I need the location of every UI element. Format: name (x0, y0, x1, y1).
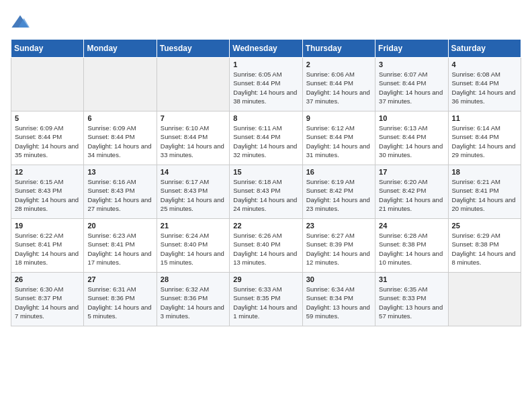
logo (11, 13, 31, 32)
calendar-cell: 2Sunrise: 6:06 AMSunset: 8:44 PMDaylight… (302, 58, 375, 111)
calendar-cell (157, 58, 229, 111)
day-number: 28 (161, 275, 226, 283)
calendar-cell: 13Sunrise: 6:16 AMSunset: 8:43 PMDayligh… (84, 165, 157, 219)
calendar-cell: 27Sunrise: 6:31 AMSunset: 8:36 PMDayligh… (84, 273, 157, 326)
day-number: 22 (233, 222, 298, 230)
day-number: 12 (15, 168, 80, 176)
day-info: Sunrise: 6:19 AMSunset: 8:42 PMDaylight:… (306, 177, 371, 213)
calendar-cell: 12Sunrise: 6:15 AMSunset: 8:43 PMDayligh… (11, 165, 84, 219)
day-number: 29 (233, 275, 298, 283)
day-number: 11 (452, 114, 517, 122)
day-info: Sunrise: 6:07 AMSunset: 8:44 PMDaylight:… (379, 70, 444, 105)
calendar-cell: 25Sunrise: 6:29 AMSunset: 8:38 PMDayligh… (448, 219, 521, 273)
day-info: Sunrise: 6:14 AMSunset: 8:44 PMDaylight:… (452, 124, 517, 159)
page-header (11, 11, 521, 32)
day-info: Sunrise: 6:30 AMSunset: 8:37 PMDaylight:… (15, 285, 80, 320)
day-number: 6 (87, 114, 152, 122)
day-info: Sunrise: 6:09 AMSunset: 8:44 PMDaylight:… (87, 124, 152, 159)
day-info: Sunrise: 6:12 AMSunset: 8:44 PMDaylight:… (306, 124, 371, 159)
calendar-cell: 10Sunrise: 6:13 AMSunset: 8:44 PMDayligh… (375, 111, 448, 165)
day-info: Sunrise: 6:24 AMSunset: 8:40 PMDaylight:… (161, 231, 226, 267)
day-number: 4 (452, 60, 517, 68)
calendar-cell: 4Sunrise: 6:08 AMSunset: 8:44 PMDaylight… (448, 58, 521, 111)
day-header-tuesday: Tuesday (157, 40, 229, 58)
calendar-cell: 16Sunrise: 6:19 AMSunset: 8:42 PMDayligh… (302, 165, 375, 219)
day-number: 9 (306, 114, 371, 122)
day-info: Sunrise: 6:31 AMSunset: 8:36 PMDaylight:… (87, 285, 152, 320)
day-info: Sunrise: 6:26 AMSunset: 8:40 PMDaylight:… (233, 231, 298, 267)
day-number: 17 (379, 168, 444, 176)
day-number: 30 (306, 275, 371, 283)
day-info: Sunrise: 6:29 AMSunset: 8:38 PMDaylight:… (452, 231, 517, 267)
calendar-cell: 19Sunrise: 6:22 AMSunset: 8:41 PMDayligh… (11, 219, 84, 273)
calendar-cell: 29Sunrise: 6:33 AMSunset: 8:35 PMDayligh… (230, 273, 302, 326)
calendar-cell: 7Sunrise: 6:10 AMSunset: 8:44 PMDaylight… (157, 111, 229, 165)
day-info: Sunrise: 6:22 AMSunset: 8:41 PMDaylight:… (15, 231, 80, 267)
day-number: 10 (379, 114, 444, 122)
day-info: Sunrise: 6:33 AMSunset: 8:35 PMDaylight:… (233, 285, 298, 320)
day-header-saturday: Saturday (448, 40, 521, 58)
day-number: 23 (306, 222, 371, 230)
logo-icon (11, 13, 30, 32)
day-info: Sunrise: 6:10 AMSunset: 8:44 PMDaylight:… (161, 124, 226, 159)
calendar-cell (11, 58, 84, 111)
day-number: 2 (306, 60, 371, 68)
day-number: 20 (87, 222, 152, 230)
day-number: 27 (87, 275, 152, 283)
day-number: 5 (15, 114, 80, 122)
day-info: Sunrise: 6:32 AMSunset: 8:36 PMDaylight:… (161, 285, 226, 320)
calendar-cell: 18Sunrise: 6:21 AMSunset: 8:41 PMDayligh… (448, 165, 521, 219)
day-info: Sunrise: 6:23 AMSunset: 8:41 PMDaylight:… (87, 231, 152, 267)
calendar-cell (448, 273, 521, 326)
day-info: Sunrise: 6:20 AMSunset: 8:42 PMDaylight:… (379, 177, 444, 213)
calendar-cell (84, 58, 157, 111)
day-number: 8 (233, 114, 298, 122)
day-header-wednesday: Wednesday (230, 40, 302, 58)
calendar-cell: 24Sunrise: 6:28 AMSunset: 8:38 PMDayligh… (375, 219, 448, 273)
calendar-cell: 17Sunrise: 6:20 AMSunset: 8:42 PMDayligh… (375, 165, 448, 219)
calendar-table: SundayMondayTuesdayWednesdayThursdayFrid… (11, 39, 521, 326)
calendar-week-row: 19Sunrise: 6:22 AMSunset: 8:41 PMDayligh… (11, 219, 521, 273)
day-info: Sunrise: 6:15 AMSunset: 8:43 PMDaylight:… (15, 177, 80, 213)
calendar-cell: 6Sunrise: 6:09 AMSunset: 8:44 PMDaylight… (84, 111, 157, 165)
day-info: Sunrise: 6:06 AMSunset: 8:44 PMDaylight:… (306, 70, 371, 105)
calendar-cell: 11Sunrise: 6:14 AMSunset: 8:44 PMDayligh… (448, 111, 521, 165)
day-number: 25 (452, 222, 517, 230)
calendar-cell: 26Sunrise: 6:30 AMSunset: 8:37 PMDayligh… (11, 273, 84, 326)
calendar-week-row: 26Sunrise: 6:30 AMSunset: 8:37 PMDayligh… (11, 273, 521, 326)
day-number: 24 (379, 222, 444, 230)
calendar-cell: 28Sunrise: 6:32 AMSunset: 8:36 PMDayligh… (157, 273, 229, 326)
calendar-cell: 3Sunrise: 6:07 AMSunset: 8:44 PMDaylight… (375, 58, 448, 111)
day-number: 31 (379, 275, 444, 283)
calendar-cell: 15Sunrise: 6:18 AMSunset: 8:43 PMDayligh… (230, 165, 302, 219)
day-number: 19 (15, 222, 80, 230)
calendar-cell: 1Sunrise: 6:05 AMSunset: 8:44 PMDaylight… (230, 58, 302, 111)
day-number: 26 (15, 275, 80, 283)
calendar-header-row: SundayMondayTuesdayWednesdayThursdayFrid… (11, 40, 521, 58)
day-info: Sunrise: 6:11 AMSunset: 8:44 PMDaylight:… (233, 124, 298, 159)
day-info: Sunrise: 6:34 AMSunset: 8:34 PMDaylight:… (306, 285, 371, 320)
day-info: Sunrise: 6:27 AMSunset: 8:39 PMDaylight:… (306, 231, 371, 267)
calendar-cell: 5Sunrise: 6:09 AMSunset: 8:44 PMDaylight… (11, 111, 84, 165)
day-number: 18 (452, 168, 517, 176)
day-info: Sunrise: 6:17 AMSunset: 8:43 PMDaylight:… (161, 177, 226, 213)
calendar-cell: 22Sunrise: 6:26 AMSunset: 8:40 PMDayligh… (230, 219, 302, 273)
day-info: Sunrise: 6:05 AMSunset: 8:44 PMDaylight:… (233, 70, 298, 105)
day-info: Sunrise: 6:18 AMSunset: 8:43 PMDaylight:… (233, 177, 298, 213)
day-number: 16 (306, 168, 371, 176)
day-info: Sunrise: 6:21 AMSunset: 8:41 PMDaylight:… (452, 177, 517, 213)
calendar-cell: 31Sunrise: 6:35 AMSunset: 8:33 PMDayligh… (375, 273, 448, 326)
calendar-week-row: 5Sunrise: 6:09 AMSunset: 8:44 PMDaylight… (11, 111, 521, 165)
day-info: Sunrise: 6:16 AMSunset: 8:43 PMDaylight:… (87, 177, 152, 213)
day-number: 3 (379, 60, 444, 68)
day-header-friday: Friday (375, 40, 448, 58)
day-header-sunday: Sunday (11, 40, 84, 58)
day-number: 21 (161, 222, 226, 230)
day-info: Sunrise: 6:09 AMSunset: 8:44 PMDaylight:… (15, 124, 80, 159)
calendar-cell: 20Sunrise: 6:23 AMSunset: 8:41 PMDayligh… (84, 219, 157, 273)
calendar-cell: 14Sunrise: 6:17 AMSunset: 8:43 PMDayligh… (157, 165, 229, 219)
day-number: 13 (87, 168, 152, 176)
day-header-monday: Monday (84, 40, 157, 58)
day-number: 1 (233, 60, 298, 68)
calendar-cell: 8Sunrise: 6:11 AMSunset: 8:44 PMDaylight… (230, 111, 302, 165)
